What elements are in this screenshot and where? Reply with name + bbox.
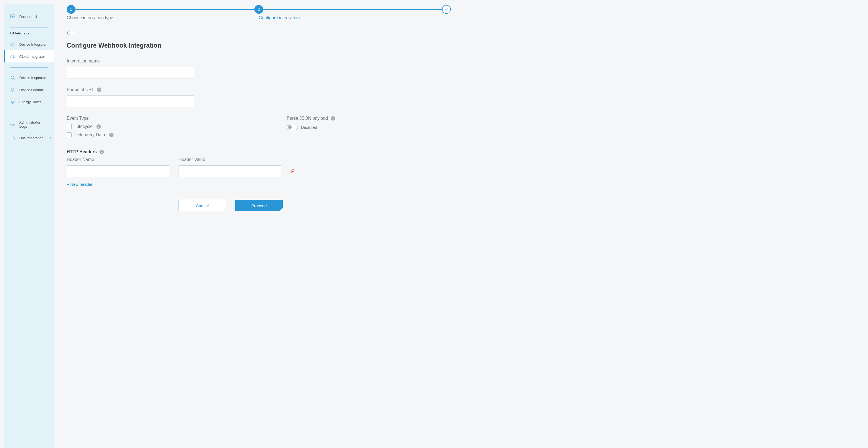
action-buttons: Cancel Proceed [179, 200, 451, 211]
sidebar-item-admin-logs[interactable]: Administrator Logs [4, 117, 54, 132]
step-labels: Choose integration type Configure integr… [67, 15, 451, 20]
document-icon [10, 135, 16, 141]
checkbox-telemetry[interactable]: Telemetry Data i [67, 132, 114, 137]
parse-json-toggle[interactable] [287, 124, 298, 130]
header-name-input[interactable] [67, 165, 169, 177]
svg-point-7 [12, 89, 13, 90]
main-content: 1 2 Choose integration type Configure in… [54, 0, 462, 448]
parse-json-section: Parse JSON payload i Disabled [287, 116, 451, 141]
sidebar-item-label: Device Integrator [19, 42, 46, 46]
checkbox-label: Telemetry Data [75, 132, 105, 137]
svg-line-17 [49, 137, 51, 139]
checkbox-lifecycle[interactable]: Lifecycle i [67, 124, 114, 129]
checkbox-label: Lifecycle [75, 124, 93, 129]
sidebar-item-label: Administrator Logs [19, 120, 48, 129]
info-icon[interactable]: i [331, 116, 335, 120]
svg-point-14 [11, 126, 11, 126]
checkbox-box[interactable] [67, 132, 72, 137]
header-name-col-label: Header Name [67, 157, 169, 162]
toggle-state-label: Disabled [301, 125, 317, 130]
sidebar-divider [10, 28, 48, 28]
checkbox-box[interactable] [67, 124, 72, 129]
sidebar-item-dashboard[interactable]: Dashboard [4, 10, 54, 23]
sidebar-item-label: Device Inspector [19, 76, 46, 80]
step-node-finish [442, 5, 451, 14]
sidebar: Dashboard IoT Integrator Device Integrat… [4, 4, 54, 448]
info-icon[interactable]: i [99, 150, 104, 154]
http-headers-title: HTTP Headers i [67, 149, 451, 154]
header-row [67, 165, 451, 177]
parse-json-label: Parse JSON payload i [287, 116, 335, 121]
info-icon[interactable]: i [96, 125, 101, 129]
step-line [75, 9, 254, 10]
cancel-button[interactable]: Cancel [179, 200, 226, 211]
svg-marker-8 [11, 100, 14, 104]
cloud-integrator-icon [10, 54, 16, 59]
event-type-section: Event Type Lifecycle i Telemetry Data i [67, 116, 114, 141]
svg-rect-19 [292, 170, 294, 173]
check-icon [444, 7, 449, 12]
field-endpoint-url: Endpoint URL i [67, 87, 451, 107]
sidebar-section-title: IoT Integrator [4, 32, 54, 38]
header-value-col-label: Header Value [179, 157, 281, 162]
sidebar-item-label: Device Locator [19, 88, 43, 92]
device-integrator-icon [10, 41, 16, 47]
sidebar-divider [10, 67, 48, 68]
sidebar-item-device-inspector[interactable]: Device Inspector [4, 72, 54, 84]
toggle-knob [288, 125, 292, 129]
step-line [263, 9, 442, 10]
external-link-icon [48, 136, 52, 140]
sidebar-item-cloud-integrator[interactable]: Cloud Integrator [4, 50, 54, 63]
sidebar-item-documentation[interactable]: Documentation [4, 132, 54, 144]
svg-point-12 [11, 123, 11, 123]
sidebar-item-label: Documentation [19, 136, 43, 140]
info-icon[interactable]: i [97, 88, 101, 92]
step-label-1: Choose integration type [67, 15, 259, 20]
stepper: 1 2 [67, 5, 451, 14]
field-integration-name: Integration name [67, 59, 451, 78]
svg-line-6 [13, 78, 14, 79]
step-node-2[interactable]: 2 [254, 5, 263, 14]
integration-name-input[interactable] [67, 67, 194, 78]
step-node-1[interactable]: 1 [67, 5, 75, 14]
endpoint-url-label: Endpoint URL i [67, 87, 451, 92]
back-arrow[interactable] [67, 30, 76, 36]
svg-point-13 [11, 124, 11, 125]
endpoint-url-input[interactable] [67, 96, 194, 107]
sidebar-item-device-locator[interactable]: Device Locator [4, 84, 54, 96]
list-icon [10, 122, 16, 127]
location-pin-icon [10, 87, 16, 93]
event-type-label: Event Type [67, 116, 114, 121]
trash-icon[interactable] [290, 168, 296, 174]
sidebar-item-energy-saver[interactable]: Energy Saver [4, 96, 54, 108]
magnifier-icon [10, 75, 16, 80]
sidebar-item-device-integrator[interactable]: Device Integrator [4, 38, 54, 50]
page-title: Configure Webhook Integration [67, 42, 451, 49]
info-icon[interactable]: i [109, 133, 114, 137]
http-headers-section: HTTP Headers i Header Name Header Value … [67, 149, 451, 186]
new-header-button[interactable]: + New header [67, 182, 93, 186]
svg-point-5 [11, 76, 14, 79]
dashboard-icon [10, 14, 16, 19]
lightning-icon [10, 99, 16, 105]
sidebar-item-label: Cloud Integrator [19, 55, 45, 59]
sidebar-item-label: Energy Saver [19, 100, 41, 104]
step-label-2: Configure integration [259, 15, 451, 20]
integration-name-label: Integration name [67, 59, 451, 64]
svg-point-4 [13, 57, 14, 58]
proceed-button[interactable]: Proceed [235, 200, 283, 211]
header-value-input[interactable] [179, 165, 281, 177]
sidebar-item-label: Dashboard [19, 14, 37, 19]
sidebar-divider [10, 113, 48, 113]
svg-point-3 [12, 44, 13, 45]
